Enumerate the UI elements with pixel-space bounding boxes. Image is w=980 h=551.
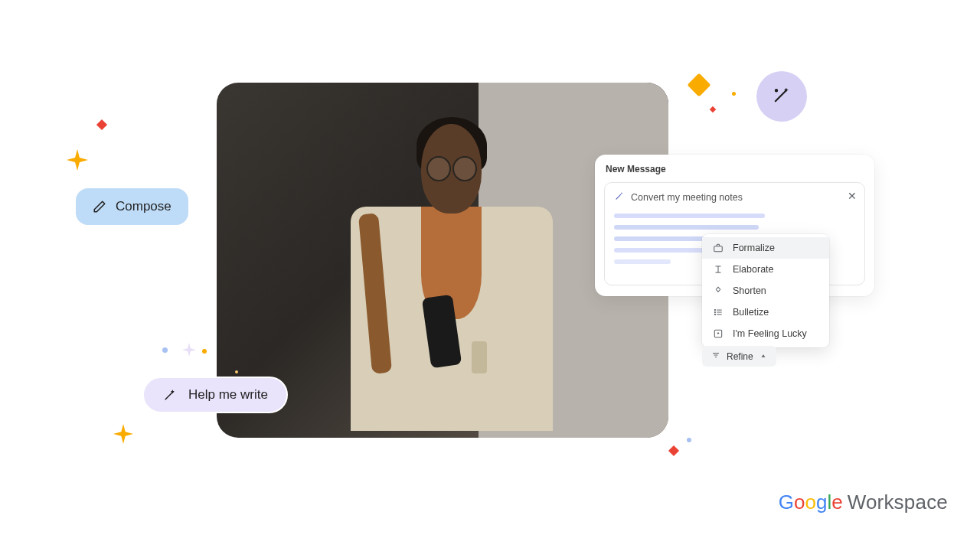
svg-point-4 xyxy=(714,314,715,315)
bullet-list-icon xyxy=(713,307,724,318)
magic-wand-icon xyxy=(771,84,792,109)
pencil-icon xyxy=(93,200,106,214)
sparkle-icon xyxy=(182,343,196,357)
magic-wand-badge xyxy=(756,71,807,122)
window-title: New Message xyxy=(606,164,865,174)
refine-option-label: Elaborate xyxy=(733,264,774,275)
refine-button[interactable]: Refine xyxy=(702,346,776,367)
refine-option-label: I'm Feeling Lucky xyxy=(733,328,807,339)
dot-icon xyxy=(732,92,736,96)
diamond-icon xyxy=(668,445,679,456)
svg-rect-1 xyxy=(714,246,723,252)
filter-icon xyxy=(711,350,720,362)
svg-point-3 xyxy=(714,311,715,312)
refine-option-lucky[interactable]: I'm Feeling Lucky xyxy=(702,323,829,344)
dot-icon xyxy=(202,349,207,354)
chevron-up-icon xyxy=(760,351,767,362)
compose-button[interactable]: Compose xyxy=(76,188,188,225)
refine-option-bulletize[interactable]: Bulletize xyxy=(702,302,829,323)
refine-option-elaborate[interactable]: Elaborate xyxy=(702,259,829,280)
briefcase-icon xyxy=(713,243,724,253)
dot-icon xyxy=(162,347,168,353)
prompt-input[interactable]: Convert my meeting notes xyxy=(631,192,855,203)
sparkle-icon xyxy=(67,149,88,171)
dot-icon xyxy=(687,438,691,442)
diamond-icon xyxy=(710,106,716,112)
refine-menu: Formalize Elaborate Shorten Bulletize I'… xyxy=(702,234,829,347)
svg-point-2 xyxy=(714,310,715,311)
refine-option-label: Shorten xyxy=(733,285,766,296)
google-workspace-logo: Google Workspace xyxy=(779,491,948,514)
magic-wand-icon xyxy=(162,387,178,403)
help-me-write-button[interactable]: Help me write xyxy=(142,377,288,413)
compose-label: Compose xyxy=(116,199,172,214)
sparkle-square-icon xyxy=(713,328,724,339)
refine-option-label: Formalize xyxy=(733,243,775,253)
pen-sparkle-icon xyxy=(614,191,625,204)
diamond-icon xyxy=(96,119,107,130)
refine-button-label: Refine xyxy=(727,351,753,362)
expand-text-icon xyxy=(713,264,724,275)
sparkle-icon xyxy=(113,424,133,444)
diamond-icon xyxy=(687,73,710,96)
svg-point-0 xyxy=(776,90,777,91)
refine-option-formalize[interactable]: Formalize xyxy=(702,237,829,259)
close-icon[interactable]: ✕ xyxy=(848,191,857,201)
help-label: Help me write xyxy=(188,387,268,403)
refine-option-label: Bulletize xyxy=(733,307,769,318)
collapse-icon xyxy=(713,285,724,296)
refine-option-shorten[interactable]: Shorten xyxy=(702,280,829,302)
